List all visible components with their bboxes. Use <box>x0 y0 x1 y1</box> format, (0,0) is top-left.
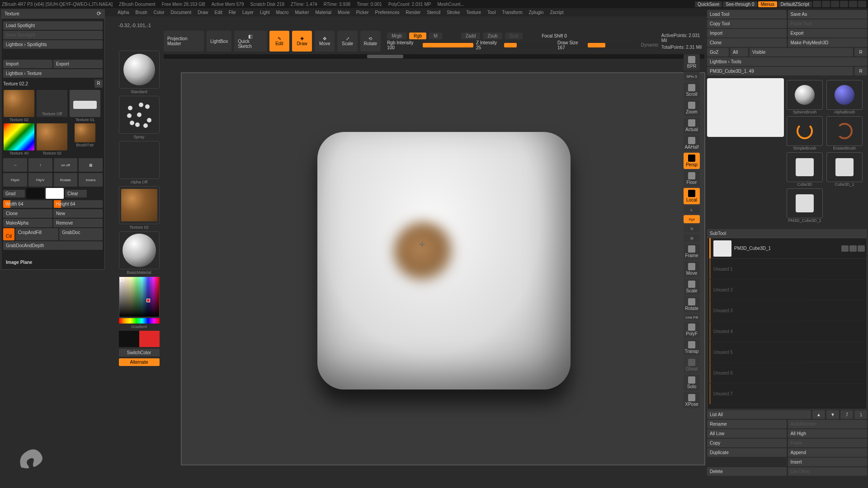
refresh-icon[interactable]: ⟳ <box>97 10 101 17</box>
draw-size-bar[interactable] <box>588 43 638 47</box>
all-high-button[interactable]: All High <box>788 429 868 438</box>
append-button[interactable]: Append <box>788 448 868 457</box>
window-dock-icon[interactable] <box>822 1 830 7</box>
menu-file[interactable]: File <box>229 10 236 15</box>
zadd-toggle[interactable]: Zadd <box>461 33 481 39</box>
menu-alpha[interactable]: Alpha <box>118 10 129 15</box>
menu-tool[interactable]: Tool <box>487 10 495 15</box>
menu-stroke[interactable]: Stroke <box>447 10 460 15</box>
lock-icon[interactable]: L <box>684 206 700 214</box>
rgb-intensity-slider[interactable]: Rgb Intensity 100 <box>387 40 420 50</box>
edit-button[interactable]: ✎Edit <box>269 31 289 52</box>
polyf-button[interactable]: PolyF <box>684 322 700 338</box>
color-picker[interactable] <box>119 277 160 317</box>
flipv-icon[interactable]: ↕ <box>28 158 52 172</box>
menu-layer[interactable]: Layer <box>242 10 254 15</box>
texture-thumb[interactable]: BrushTxtr <box>69 123 101 155</box>
subtool-row[interactable]: Unused 6 <box>708 363 867 384</box>
menu-movie[interactable]: Movie <box>338 10 350 15</box>
draw-size-slider[interactable]: Draw Size 167 <box>557 40 585 50</box>
alternate-button[interactable]: Alternate <box>119 358 160 366</box>
switchcolor-button[interactable]: SwitchColor <box>119 349 160 357</box>
menu-macro[interactable]: Macro <box>276 10 289 15</box>
arrow-up-icon[interactable]: ▲ <box>812 410 825 419</box>
focal-shift-readout[interactable]: Focal Shift 0 <box>542 33 567 38</box>
menu-draw[interactable]: Draw <box>198 10 208 15</box>
menu-zscript[interactable]: Zscript <box>550 10 563 15</box>
goz-all-button[interactable]: All <box>730 48 748 56</box>
spix-slider[interactable]: SPix 3 <box>684 72 700 81</box>
default-script[interactable]: DefaultZScript <box>778 1 812 7</box>
tool-import-button[interactable]: Import <box>707 29 787 38</box>
invers-button[interactable]: Invers <box>79 173 103 187</box>
window-max-icon[interactable] <box>840 1 848 7</box>
lightbox-texture-button[interactable]: Lightbox › Texture <box>3 69 103 78</box>
duplicate-button[interactable]: Duplicate <box>707 448 787 457</box>
quicksketch-button[interactable]: ◧Quick Sketch <box>234 31 266 52</box>
makealpha-button[interactable]: MakeAlpha <box>3 219 52 227</box>
rotate-button[interactable]: Rotate <box>54 173 78 187</box>
subtool-row[interactable]: Unused 2 <box>708 280 867 300</box>
goz-button[interactable]: GoZ <box>707 48 729 56</box>
import-button[interactable]: Import <box>3 60 52 68</box>
tool-clone-button[interactable]: Clone <box>707 38 787 47</box>
fliph-icon[interactable]: ↔ <box>3 158 27 172</box>
tool-thumb[interactable]: EraserBrush <box>826 116 863 150</box>
draw-button[interactable]: ✚Draw <box>292 31 312 52</box>
dynamic-label[interactable]: Dynamic <box>641 42 659 47</box>
window-min-icon[interactable] <box>831 1 839 7</box>
rotate-nav-button[interactable]: Rotate <box>684 296 700 313</box>
copy-tool-button[interactable]: Copy Tool <box>707 19 787 28</box>
move-up-icon[interactable]: ⤴ <box>840 410 853 419</box>
clone-button[interactable]: Clone <box>3 209 52 218</box>
tool-thumb[interactable]: AlphaBrush <box>826 80 863 114</box>
xyz-button[interactable]: Xyz <box>684 215 700 223</box>
menu-light[interactable]: Light <box>260 10 270 15</box>
window-help-icon[interactable] <box>813 1 821 7</box>
brush-slot[interactable] <box>119 51 160 89</box>
tool-large-thumb[interactable] <box>707 78 784 137</box>
hue-strip[interactable] <box>119 318 160 324</box>
move-down-icon[interactable]: ⤵ <box>854 410 867 419</box>
tool-thumb[interactable]: SimpleBrush <box>786 116 824 150</box>
move-nav-button[interactable]: Move <box>684 261 700 277</box>
subtool-row[interactable]: Unused 4 <box>708 321 867 342</box>
window-restore-icon[interactable] <box>849 1 857 7</box>
delete-button[interactable]: Delete <box>707 467 787 476</box>
main-swatch[interactable] <box>46 188 64 199</box>
menus-toggle[interactable]: Menus <box>758 1 777 7</box>
xpose-button[interactable]: XPose <box>684 392 700 408</box>
material-slot[interactable] <box>119 231 160 269</box>
cropandfill-button[interactable]: CropAndFill <box>15 228 59 240</box>
make-polymesh-button[interactable]: Make PolyMesh3D <box>788 38 868 47</box>
menu-picker[interactable]: Picker <box>356 10 369 15</box>
move-button[interactable]: ✥Move <box>315 31 335 52</box>
texture-thumb[interactable]: Texture 01 <box>69 90 101 122</box>
subtool-row[interactable]: Unused 1 <box>708 259 867 280</box>
fliph-button[interactable]: FlipH <box>3 173 27 187</box>
load-spotlight-button[interactable]: Load Spotlight <box>3 21 103 30</box>
m-toggle[interactable]: M <box>429 33 442 39</box>
autoreorder-button[interactable]: AutoReorder <box>788 420 868 428</box>
frame-button[interactable]: Frame <box>684 244 700 260</box>
subtool-header[interactable]: SubTool <box>707 229 867 238</box>
export-button[interactable]: Export <box>53 60 103 68</box>
center-icon[interactable]: ⊙ <box>684 225 700 233</box>
grad-button[interactable]: Grad <box>3 190 25 197</box>
tool-r-button[interactable]: R <box>854 67 867 75</box>
canvas[interactable]: ✛ <box>181 72 705 465</box>
rotate-button[interactable]: ⟲Rotate <box>360 31 381 52</box>
width-slider[interactable]: Width 64 <box>3 200 52 208</box>
subtool-row[interactable]: Unused 3 <box>708 300 867 321</box>
projection-master-button[interactable]: Projection Master <box>164 31 204 52</box>
shelf-scrollbar[interactable] <box>164 54 704 59</box>
grabdocdepth-button[interactable]: GrabDocAndDepth <box>3 241 103 250</box>
color-swatches[interactable] <box>119 331 160 347</box>
menu-zplugin[interactable]: Zplugin <box>529 10 544 15</box>
tool-thumb[interactable]: Cube3D <box>786 152 824 187</box>
z-intensity-bar[interactable] <box>504 43 555 47</box>
persp-button[interactable]: Persp <box>684 153 700 169</box>
menu-document[interactable]: Document <box>171 10 192 15</box>
model-cube[interactable]: ✛ <box>317 132 571 389</box>
texture-slot[interactable] <box>119 186 160 224</box>
